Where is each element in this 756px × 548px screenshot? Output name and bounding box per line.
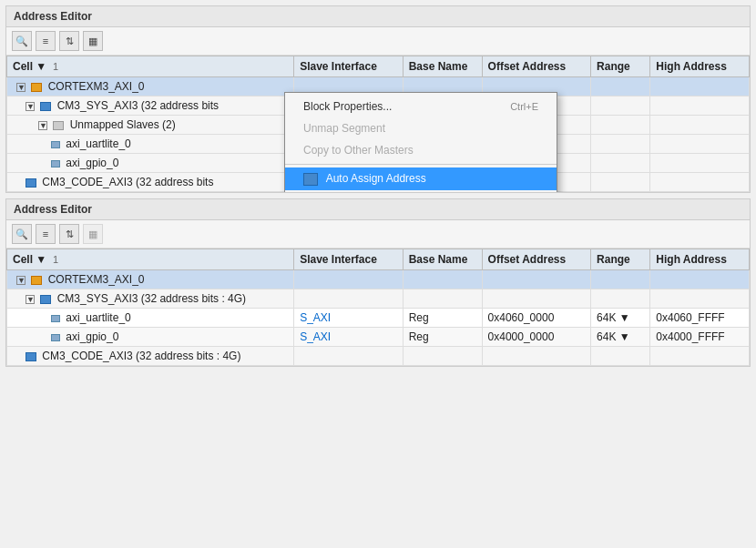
block-icon <box>40 102 51 111</box>
table-container-bottom: Cell ▼ 1 Slave Interface Base Name Offse… <box>6 249 750 366</box>
ctx-unmap-segment: Unmap Segment <box>285 117 557 139</box>
base-name-cell: Reg <box>403 328 482 347</box>
table-row[interactable]: ▼ CM3_SYS_AXI3 (32 address bits : 4G) <box>7 289 750 309</box>
ctx-auto-assign-address[interactable]: Auto Assign Address <box>285 167 557 190</box>
high-addr-cell: 0x4000_FFFF <box>650 328 750 347</box>
base-name-cell: Reg <box>403 309 482 328</box>
panel-bottom-title: Address Editor <box>6 199 750 220</box>
slave-icon <box>51 141 60 148</box>
cell-label: CM3_CODE_AXI3 (32 address bits <box>7 173 294 192</box>
col-header-slave-top: Slave Interface <box>294 56 404 77</box>
offset-cell: 0x4060_0000 <box>482 309 591 328</box>
offset-cell: 0x4000_0000 <box>482 328 591 347</box>
chip-icon <box>31 83 42 92</box>
block-icon <box>40 295 51 304</box>
col-header-base-bottom: Base Name <box>403 249 482 270</box>
context-menu: Block Properties... Ctrl+E Unmap Segment… <box>284 92 557 192</box>
cell-label: axi_gpio_0 <box>7 154 294 173</box>
expand-icon[interactable]: ▼ <box>38 121 47 130</box>
expand-icon[interactable]: ▼ <box>16 276 26 285</box>
col-header-offset-top: Offset Address <box>482 56 591 77</box>
range-dropdown-arrow[interactable]: ▼ <box>619 330 630 343</box>
expand-icon[interactable]: ▼ <box>16 83 26 92</box>
col-header-base-top: Base Name <box>403 56 482 77</box>
toolbar-bottom: 🔍 ≡ ⇅ ▦ <box>6 220 750 249</box>
cell-label: ▼ Unmapped Slaves (2) <box>7 116 294 135</box>
cell-label: axi_uartlite_0 <box>7 135 294 154</box>
ctx-block-properties[interactable]: Block Properties... Ctrl+E <box>285 96 557 117</box>
panel-top-title: Address Editor <box>6 6 750 27</box>
col-header-offset-bottom: Offset Address <box>482 249 591 270</box>
col-header-slave-bottom: Slave Interface <box>294 249 404 270</box>
search-button-bottom[interactable]: 🔍 <box>12 224 32 244</box>
cell-label: ▼ CORTEXM3_AXI_0 <box>7 77 294 96</box>
slave-icon <box>51 160 60 167</box>
collapse-button-top[interactable]: ≡ <box>36 31 56 51</box>
slave-interface-cell: S_AXI <box>294 309 404 328</box>
auto-assign-icon <box>303 173 318 186</box>
cell-label: CM3_CODE_AXI3 (32 address bits : 4G) <box>7 347 294 366</box>
folder-icon <box>53 121 64 130</box>
grid-button-bottom[interactable]: ▦ <box>83 224 103 244</box>
table-row[interactable]: axi_gpio_0 S_AXI Reg 0x4000_0000 64K ▼ 0… <box>7 328 750 347</box>
slave-link[interactable]: S_AXI <box>300 311 331 324</box>
block-icon <box>26 352 36 361</box>
search-button-top[interactable]: 🔍 <box>12 31 32 51</box>
table-container-top: Cell ▼ 1 Slave Interface Base Name Offse… <box>6 56 750 192</box>
col-header-range-top: Range <box>591 56 650 77</box>
address-editor-panel-bottom: Address Editor 🔍 ≡ ⇅ ▦ Cell ▼ 1 Slave In… <box>5 198 751 367</box>
ctx-divider-1 <box>285 164 557 165</box>
high-addr-cell: 0x4060_FFFF <box>650 309 750 328</box>
col-header-high-bottom: High Address <box>650 249 750 270</box>
table-row[interactable]: axi_uartlite_0 S_AXI Reg 0x4060_0000 64K… <box>7 309 750 328</box>
col-header-cell-top: Cell ▼ 1 <box>7 56 294 77</box>
cell-label: ▼ CM3_SYS_AXI3 (32 address bits <box>7 96 294 116</box>
col-header-cell-bottom: Cell ▼ 1 <box>7 249 294 270</box>
slave-link[interactable]: S_AXI <box>300 330 331 343</box>
slave-interface-cell: S_AXI <box>294 328 404 347</box>
address-editor-panel-top: Address Editor 🔍 ≡ ⇅ ▦ Cell ▼ 1 Slave In… <box>5 5 751 193</box>
slave-icon <box>51 334 60 341</box>
expand-icon[interactable]: ▼ <box>26 295 35 304</box>
sort-indicator: ▼ <box>36 60 46 73</box>
cell-label: ▼ CORTEXM3_AXI_0 <box>7 270 294 289</box>
table-row[interactable]: ▼ CORTEXM3_AXI_0 <box>7 270 750 289</box>
ctx-group-by-master[interactable]: Group by Master Interfaces <box>285 190 557 192</box>
sort-button-bottom[interactable]: ⇅ <box>59 224 79 244</box>
cell-label: axi_gpio_0 <box>7 328 294 347</box>
cell-label: ▼ CM3_SYS_AXI3 (32 address bits : 4G) <box>7 289 294 309</box>
grid-button-top[interactable]: ▦ <box>83 31 103 51</box>
sort-indicator-bottom: ▼ <box>36 253 46 266</box>
chip-icon <box>31 276 42 285</box>
address-table-bottom: Cell ▼ 1 Slave Interface Base Name Offse… <box>6 249 750 366</box>
collapse-button-bottom[interactable]: ≡ <box>36 224 56 244</box>
range-dropdown-arrow[interactable]: ▼ <box>619 311 630 324</box>
block-icon <box>26 178 36 188</box>
table-row[interactable]: CM3_CODE_AXI3 (32 address bits : 4G) <box>7 347 750 366</box>
toolbar-top: 🔍 ≡ ⇅ ▦ <box>6 27 750 56</box>
slave-icon <box>51 315 60 322</box>
range-cell[interactable]: 64K ▼ <box>591 309 650 328</box>
expand-icon[interactable]: ▼ <box>26 102 35 111</box>
col-header-range-bottom: Range <box>591 249 650 270</box>
range-cell[interactable]: 64K ▼ <box>591 328 650 347</box>
col-header-high-top: High Address <box>650 56 750 77</box>
sort-button-top[interactable]: ⇅ <box>59 31 79 51</box>
ctx-copy-to-other-masters: Copy to Other Masters <box>285 139 557 161</box>
cell-label: axi_uartlite_0 <box>7 309 294 328</box>
